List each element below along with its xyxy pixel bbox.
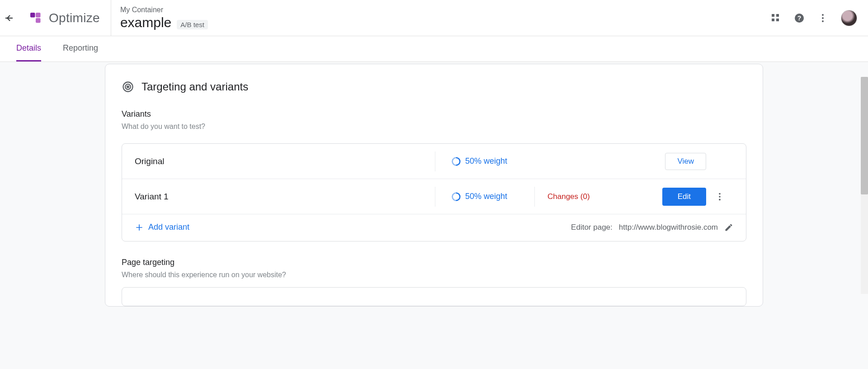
product-brand[interactable]: Optimize: [18, 0, 111, 36]
svg-rect-6: [776, 19, 779, 21]
more-vertical-icon: [715, 192, 725, 202]
svg-point-9: [822, 14, 824, 16]
product-name: Optimize: [49, 11, 100, 25]
editor-page: Editor page: http://www.blogwithrosie.co…: [571, 223, 733, 232]
svg-point-11: [822, 20, 824, 22]
section-title: Targeting and variants: [142, 80, 248, 93]
header-actions: ?: [770, 10, 857, 26]
variant-name: Original: [135, 156, 435, 166]
edit-editor-page-button[interactable]: [724, 223, 733, 232]
edit-button[interactable]: Edit: [662, 188, 706, 206]
variant-weight-label: 50% weight: [465, 192, 507, 201]
svg-point-14: [127, 86, 129, 88]
editor-page-label: Editor page:: [571, 223, 613, 232]
page-targeting-box[interactable]: [122, 287, 746, 306]
svg-rect-1: [36, 13, 41, 18]
experiment-type-badge: A/B test: [177, 20, 208, 29]
svg-point-10: [822, 17, 824, 19]
svg-rect-3: [772, 14, 774, 17]
help-button[interactable]: ?: [794, 13, 805, 24]
optimize-logo-icon: [29, 11, 42, 25]
content-area: Targeting and variants Variants What do …: [0, 62, 868, 369]
weight-split-icon: [452, 157, 461, 166]
svg-point-16: [719, 196, 721, 198]
variant-row-original[interactable]: Original 50% weight View: [122, 144, 746, 179]
variant-weight[interactable]: 50% weight: [435, 151, 534, 171]
variants-subtitle: Variants: [122, 109, 746, 119]
tab-details[interactable]: Details: [16, 36, 41, 62]
help-icon: ?: [794, 13, 805, 24]
svg-rect-0: [30, 13, 35, 18]
account-avatar[interactable]: [841, 10, 857, 26]
svg-rect-2: [36, 18, 41, 23]
apps-grid-icon: [770, 13, 781, 24]
variant-changes[interactable]: Changes (0): [534, 187, 616, 207]
tab-reporting[interactable]: Reporting: [63, 36, 98, 62]
svg-rect-4: [776, 14, 779, 17]
scrollbar-thumb[interactable]: [861, 77, 868, 194]
more-vertical-icon: [817, 13, 828, 24]
variants-list: Original 50% weight View Variant 1: [122, 143, 746, 241]
app-header: Optimize My Container example A/B test ?: [0, 0, 868, 36]
targeting-variants-card: Targeting and variants Variants What do …: [105, 64, 763, 307]
scrollbar[interactable]: [861, 77, 868, 294]
overflow-menu-button[interactable]: [817, 13, 828, 24]
container-name[interactable]: My Container: [120, 6, 770, 14]
variant-overflow-menu[interactable]: [715, 192, 725, 202]
svg-point-15: [719, 193, 721, 194]
pencil-icon: [724, 223, 733, 232]
variants-description: What do you want to test?: [122, 123, 746, 131]
variant-row-v1[interactable]: Variant 1 50% weight Changes (0) Edit: [122, 179, 746, 214]
apps-button[interactable]: [770, 13, 781, 24]
page-targeting-description: Where should this experience run on your…: [122, 271, 746, 279]
view-button[interactable]: View: [665, 153, 706, 170]
editor-page-url: http://www.blogwithrosie.com: [619, 223, 718, 232]
svg-point-17: [719, 199, 721, 200]
variant-name: Variant 1: [135, 192, 435, 202]
target-icon: [122, 80, 134, 93]
add-variant-button[interactable]: Add variant: [135, 222, 189, 232]
back-button[interactable]: [4, 13, 14, 24]
svg-text:?: ?: [797, 14, 802, 22]
experiment-name[interactable]: example: [120, 15, 171, 30]
variant-weight-label: 50% weight: [465, 156, 507, 166]
arrow-left-icon: [4, 13, 14, 24]
tabs-bar: Details Reporting: [0, 36, 868, 62]
add-variant-label: Add variant: [148, 222, 189, 232]
svg-rect-5: [772, 19, 774, 21]
header-titles: My Container example A/B test: [111, 6, 770, 30]
plus-icon: [135, 223, 144, 232]
weight-split-icon: [452, 192, 461, 201]
variant-weight[interactable]: 50% weight: [435, 187, 534, 207]
page-targeting-title: Page targeting: [122, 258, 746, 267]
variants-footer: Add variant Editor page: http://www.blog…: [122, 214, 746, 241]
